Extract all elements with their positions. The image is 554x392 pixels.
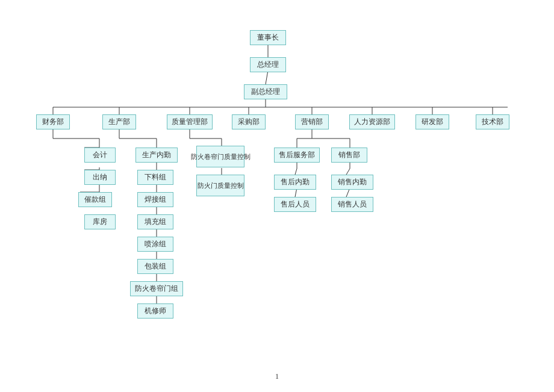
page: 董事长 总经理 副总经理 财务部 生产部 质量管理部 采购部 营销部 人力资源部… bbox=[0, 0, 554, 392]
node-fanghuo-juanlian-men-zhi: 防火卷帘门质量控制 bbox=[196, 146, 244, 167]
node-hanjiaozu: 焊接组 bbox=[137, 192, 173, 207]
node-xiaoshou-renyuan: 销售人员 bbox=[331, 197, 373, 212]
node-shouhou-renyuan: 售后人员 bbox=[274, 197, 316, 212]
node-dongshizhang: 董事长 bbox=[250, 30, 286, 45]
svg-line-1 bbox=[266, 70, 268, 84]
node-yingxiaobu: 营销部 bbox=[295, 114, 329, 129]
node-caiwubu: 财务部 bbox=[36, 114, 70, 129]
node-kuaiji: 会计 bbox=[84, 148, 116, 163]
node-cuikuanzu: 催款组 bbox=[78, 192, 112, 207]
node-fanghuomen-zhiliang-kong: 防火门质量控制 bbox=[196, 175, 244, 196]
node-xiaoshoubu: 销售部 bbox=[331, 148, 367, 163]
node-shouhou-fuwubu: 售后服务部 bbox=[274, 148, 320, 163]
node-xialiaozu: 下料组 bbox=[137, 170, 173, 185]
node-shengchanbu: 生产部 bbox=[102, 114, 136, 129]
node-fanghuo-juanlian-men-zu: 防火卷帘门组 bbox=[130, 281, 183, 296]
node-xiaoshou-neidong: 销售内勤 bbox=[331, 175, 373, 190]
node-fuzonglingli: 副总经理 bbox=[244, 84, 287, 99]
node-pentuzu: 喷涂组 bbox=[137, 237, 173, 252]
node-tianchongzu: 填充组 bbox=[137, 214, 173, 229]
node-kufang: 库房 bbox=[84, 214, 116, 229]
node-renliziyuanbu: 人力资源部 bbox=[349, 114, 395, 129]
node-zonglingli: 总经理 bbox=[250, 57, 286, 72]
node-shengchanneidong: 生产内勤 bbox=[135, 148, 178, 163]
node-yanfabu: 研发部 bbox=[416, 114, 449, 129]
node-baozhuangzu: 包装组 bbox=[137, 259, 173, 274]
node-shouhou-neidong: 售后内勤 bbox=[274, 175, 316, 190]
node-zhiliangguanlibu: 质量管理部 bbox=[167, 114, 213, 129]
svg-line-53 bbox=[295, 169, 297, 175]
node-jishubu: 技术部 bbox=[476, 114, 509, 129]
node-chuna: 出纳 bbox=[84, 170, 116, 185]
page-number: 1 bbox=[275, 372, 279, 381]
svg-line-56 bbox=[346, 169, 350, 175]
node-jixiushi: 机修师 bbox=[137, 303, 173, 319]
node-caigoubu: 采购部 bbox=[232, 114, 266, 129]
